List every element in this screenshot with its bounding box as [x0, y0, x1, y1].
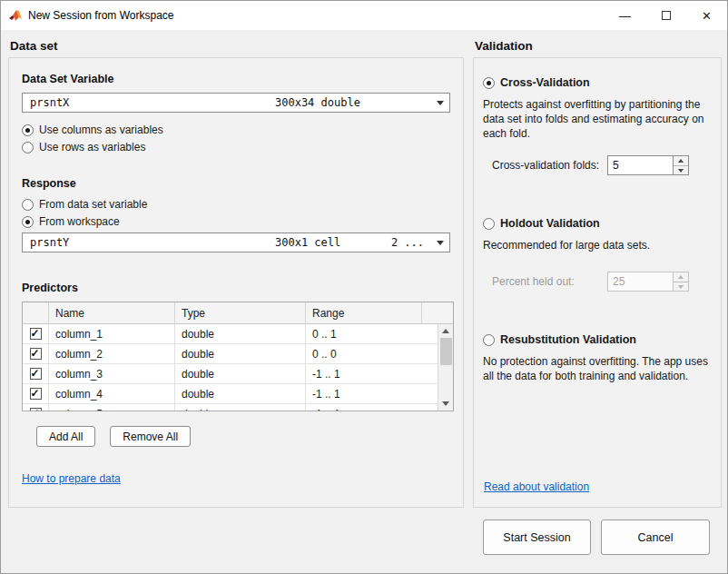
- cell-type: double: [175, 344, 306, 363]
- row-checkbox[interactable]: [30, 408, 42, 411]
- new-session-dialog: New Session from Workspace — ✕ Data set …: [0, 0, 728, 574]
- scroll-down-icon[interactable]: [438, 397, 454, 411]
- maximize-button[interactable]: [645, 1, 686, 30]
- radio-resubstitution-validation[interactable]: Resubstitution Validation: [483, 333, 712, 346]
- dropdown-arrow-icon: [431, 94, 449, 112]
- table-row[interactable]: column_2 double 0 .. 0: [23, 344, 453, 364]
- cross-validation-description: Protects against overfitting by partitio…: [483, 98, 712, 141]
- folds-row: Cross-validation folds:: [483, 155, 712, 175]
- cancel-button[interactable]: Cancel: [601, 520, 710, 555]
- cell-name: column_5: [49, 404, 175, 411]
- stepper-up-icon[interactable]: [674, 272, 688, 282]
- scroll-up-icon[interactable]: [438, 324, 454, 338]
- radio-holdout-validation[interactable]: Holdout Validation: [483, 217, 712, 230]
- radio-cross-validation[interactable]: Cross-Validation: [483, 76, 712, 89]
- radio-label: From workspace: [39, 215, 120, 228]
- header-scrollbar-gap: [422, 302, 438, 323]
- table-scrollbar[interactable]: [438, 324, 453, 411]
- response-label: Response: [22, 177, 450, 190]
- radio-icon: [483, 334, 495, 346]
- row-checkbox[interactable]: [30, 368, 42, 380]
- radio-use-rows[interactable]: Use rows as variables: [22, 141, 450, 153]
- cell-type: double: [175, 404, 306, 411]
- matlab-icon: [8, 8, 23, 23]
- row-checkbox[interactable]: [30, 388, 42, 400]
- cell-range: -1 .. 1: [306, 404, 422, 411]
- predictors-table: Name Type Range column_1 double 0 .. 1 c…: [22, 302, 454, 411]
- maximize-icon: [662, 11, 671, 20]
- radio-icon: [483, 77, 495, 89]
- dataset-group-title: Data set: [10, 39, 58, 53]
- response-variable-dropdown[interactable]: prsntY 300x1 cell 2 ...: [22, 233, 450, 252]
- resubstitution-description: No protection against overfitting. The a…: [483, 355, 712, 384]
- data-set-variable-label: Data Set Variable: [22, 73, 450, 85]
- read-about-validation-link[interactable]: Read about validation: [484, 480, 589, 493]
- holdout-description: Recommended for large data sets.: [483, 239, 712, 253]
- radio-icon: [22, 199, 34, 211]
- row-checkbox[interactable]: [30, 348, 42, 360]
- percent-stepper[interactable]: [673, 272, 689, 292]
- table-row[interactable]: column_3 double -1 .. 1: [23, 364, 453, 384]
- header-checkbox-column: [23, 302, 49, 323]
- cell-name: column_3: [49, 364, 175, 383]
- how-to-prepare-data-link[interactable]: How to prepare data: [22, 472, 121, 485]
- table-row[interactable]: column_1 double 0 .. 1: [23, 324, 453, 344]
- cell-type: double: [175, 384, 306, 403]
- folds-stepper[interactable]: [673, 155, 689, 175]
- window-controls: — ✕: [605, 1, 727, 30]
- close-icon: ✕: [702, 9, 712, 23]
- cell-range: -1 .. 1: [306, 364, 422, 383]
- response-type: 300x1 cell: [275, 236, 391, 249]
- radio-label: Resubstitution Validation: [500, 333, 636, 346]
- stepper-down-icon[interactable]: [674, 165, 688, 175]
- cell-name: column_1: [49, 324, 175, 343]
- header-name: Name: [49, 302, 175, 323]
- table-row[interactable]: column_5 double -1 .. 1: [23, 404, 453, 411]
- cell-range: 0 .. 1: [306, 324, 422, 343]
- close-button[interactable]: ✕: [686, 1, 727, 30]
- percent-label: Percent held out:: [492, 275, 607, 288]
- dropdown-arrow-icon: [431, 233, 449, 252]
- table-header: Name Type Range: [23, 302, 453, 324]
- variable-name: prsntX: [30, 96, 275, 109]
- data-set-variable-dropdown[interactable]: prsntX 300x34 double: [22, 93, 450, 113]
- radio-from-workspace[interactable]: From workspace: [22, 215, 450, 228]
- folds-input[interactable]: [607, 155, 673, 175]
- remove-all-button[interactable]: Remove All: [110, 426, 191, 447]
- cell-type: double: [175, 364, 306, 383]
- scrollbar-thumb[interactable]: [440, 338, 452, 365]
- radio-from-dataset-variable[interactable]: From data set variable: [22, 198, 450, 211]
- validation-group: Cross-Validation Protects against overfi…: [473, 57, 722, 508]
- radio-label: Use columns as variables: [39, 124, 163, 136]
- minimize-button[interactable]: —: [605, 1, 645, 30]
- percent-input[interactable]: [607, 272, 673, 292]
- dataset-group: Data Set Variable prsntX 300x34 double U…: [8, 57, 464, 508]
- cell-range: -1 .. 1: [306, 384, 422, 403]
- cell-type: double: [175, 324, 306, 343]
- predictors-label: Predictors: [22, 282, 450, 294]
- radio-icon: [22, 216, 34, 228]
- radio-label: From data set variable: [39, 198, 147, 211]
- row-checkbox[interactable]: [30, 328, 42, 340]
- add-all-button[interactable]: Add All: [36, 426, 95, 447]
- titlebar: New Session from Workspace — ✕: [1, 1, 727, 30]
- cell-name: column_2: [49, 344, 175, 363]
- folds-label: Cross-validation folds:: [492, 159, 607, 172]
- response-classes: 2 ...: [391, 236, 424, 249]
- header-range: Range: [306, 302, 422, 323]
- radio-icon: [483, 218, 495, 230]
- header-type: Type: [175, 302, 306, 323]
- percent-row: Percent held out:: [483, 272, 712, 292]
- radio-label: Cross-Validation: [500, 76, 590, 89]
- table-row[interactable]: column_4 double -1 .. 1: [23, 384, 453, 404]
- response-name: prsntY: [30, 236, 275, 249]
- radio-label: Use rows as variables: [39, 141, 145, 153]
- window-title: New Session from Workspace: [28, 9, 174, 22]
- variable-type: 300x34 double: [275, 96, 431, 109]
- stepper-down-icon[interactable]: [674, 282, 688, 292]
- cell-range: 0 .. 0: [306, 344, 422, 363]
- radio-icon: [22, 124, 34, 136]
- stepper-up-icon[interactable]: [674, 156, 688, 165]
- radio-use-columns[interactable]: Use columns as variables: [22, 124, 450, 136]
- start-session-button[interactable]: Start Session: [483, 520, 591, 555]
